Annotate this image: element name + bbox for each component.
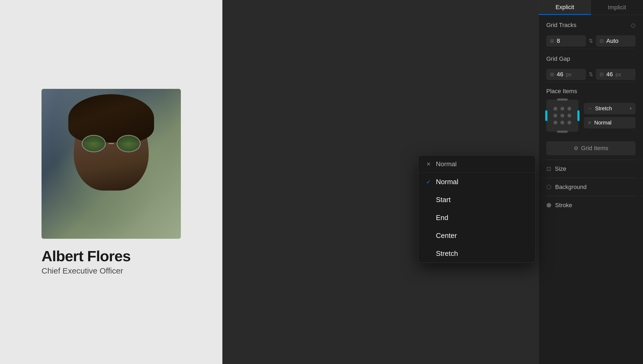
- grid-top-handle: [557, 98, 568, 101]
- left-panel: Albert Flores Chief Executive Officer: [0, 0, 222, 364]
- dropdown-option-normal[interactable]: ✓ Normal: [418, 173, 536, 191]
- dropdown-option-center[interactable]: Center: [418, 227, 536, 245]
- glasses: [82, 134, 141, 153]
- place-items-controls: ↔ Stretch ▾ ✕ Normal: [546, 100, 635, 132]
- person-silhouette: [42, 89, 181, 239]
- gap-col-icon: ⊞: [550, 71, 554, 77]
- dropdown-option-end-label: End: [436, 214, 529, 222]
- dropdown-current-item: ✕ Normal: [418, 156, 536, 173]
- explicit-implicit-tabs: Explicit Implicit: [539, 0, 643, 15]
- place-items-label: Place Items: [546, 88, 635, 95]
- dropdown-option-normal-label: Normal: [436, 178, 529, 186]
- grid-tracks-col-value: 8: [557, 37, 560, 44]
- grid-dot-3: [567, 107, 571, 111]
- grid-dots: [554, 107, 571, 124]
- dropdown-option-start-label: Start: [436, 196, 529, 204]
- grid-items-button[interactable]: ⚙ Grid Items: [546, 141, 635, 155]
- col-stepper[interactable]: ⇅: [589, 38, 593, 44]
- align-dropdowns: ↔ Stretch ▾ ✕ Normal: [584, 103, 635, 128]
- horizontal-align-value: Stretch: [595, 105, 627, 112]
- grid-dot-2: [560, 107, 564, 111]
- grid-dot-9: [567, 121, 571, 124]
- grid-dot-1: [554, 107, 557, 111]
- grid-gap-header: Grid Gap: [539, 49, 643, 67]
- background-label: Background: [555, 184, 586, 191]
- grid-tracks-label: Grid Tracks: [546, 22, 576, 29]
- horizontal-align-icon: ↔: [588, 106, 592, 111]
- grid-items-label: Grid Items: [581, 145, 608, 152]
- dropdown-check-normal: ✓: [425, 178, 432, 186]
- gap-stepper[interactable]: ⇅: [589, 71, 593, 78]
- grid-dot-5: [560, 114, 564, 117]
- glass-lens-right: [117, 135, 141, 152]
- grid-gap-row-input[interactable]: ⊟ 46 px: [596, 69, 635, 80]
- grid-gap-col-unit: px: [566, 71, 571, 78]
- background-section[interactable]: ⬡ Background: [539, 178, 643, 196]
- col-icon: ⊞: [550, 38, 554, 44]
- vertical-align-icon: ✕: [588, 120, 592, 126]
- stroke-label: Stroke: [555, 202, 572, 209]
- place-items-section: Place Items: [539, 82, 643, 137]
- profile-title: Chief Executive Officer: [42, 266, 181, 275]
- dropdown-current-value: Normal: [436, 160, 529, 168]
- stroke-section[interactable]: ⬢ Stroke: [539, 196, 643, 214]
- size-label: Size: [555, 165, 566, 172]
- grid-gap-col-value: 46: [557, 71, 563, 78]
- background-icon: ⬡: [546, 184, 551, 191]
- grid-gap-row: ⊞ 46 px ⇅ ⊟ 46 px: [539, 67, 643, 82]
- grid-gap-section: Grid Gap ⊞ 46 px ⇅ ⊟ 46 px: [539, 49, 643, 82]
- tab-implicit[interactable]: Implicit: [591, 0, 643, 15]
- row-icon: ⊟: [600, 38, 604, 44]
- grid-items-icon: ⚙: [574, 145, 578, 151]
- grid-gap-row-unit: px: [615, 71, 621, 78]
- grid-gap-label: Grid Gap: [546, 55, 570, 62]
- grid-tracks-section: Grid Tracks ◇ ⊞ 8 ⇅ ⊟ Auto: [539, 15, 643, 49]
- align-options-dropdown: ✕ Normal ✓ Normal Start End Center Stret…: [418, 155, 536, 263]
- profile-name: Albert Flores: [42, 247, 181, 265]
- grid-dot-6: [567, 114, 571, 117]
- grid-tracks-col-row: ⊞ 8 ⇅ ⊟ Auto: [539, 33, 643, 49]
- size-icon: ⊡: [546, 165, 551, 172]
- grid-bottom-handle: [557, 131, 568, 133]
- grid-tracks-header: Grid Tracks ◇: [539, 15, 643, 33]
- grid-right-handle: [577, 110, 580, 121]
- grid-dot-8: [560, 121, 564, 124]
- stroke-icon: ⬢: [546, 202, 551, 209]
- properties-panel: Explicit Implicit Grid Tracks ◇ ⊞ 8 ⇅ ⊟ …: [539, 0, 643, 364]
- grid-gap-row-value: 46: [606, 71, 613, 78]
- glass-bridge: [109, 143, 114, 144]
- dropdown-x-icon: ✕: [425, 160, 432, 168]
- dropdown-option-stretch[interactable]: Stretch: [418, 245, 536, 263]
- gap-row-icon: ⊟: [600, 71, 604, 77]
- grid-tracks-icon[interactable]: ◇: [631, 21, 635, 29]
- grid-gap-col-input[interactable]: ⊞ 46 px: [546, 69, 586, 80]
- profile-image: [42, 89, 181, 239]
- tab-explicit[interactable]: Explicit: [539, 0, 591, 15]
- dropdown-option-end[interactable]: End: [418, 209, 536, 227]
- vertical-align-dropdown[interactable]: ✕ Normal: [584, 117, 635, 128]
- glass-lens-left: [82, 135, 106, 152]
- vertical-align-value: Normal: [594, 120, 632, 126]
- size-section[interactable]: ⊡ Size: [539, 160, 643, 178]
- dropdown-option-start[interactable]: Start: [418, 191, 536, 209]
- horizontal-align-dropdown[interactable]: ↔ Stretch ▾: [584, 103, 635, 114]
- grid-tracks-row-input[interactable]: ⊟ Auto: [596, 35, 635, 47]
- grid-align-widget[interactable]: [546, 100, 578, 132]
- grid-tracks-col-input[interactable]: ⊞ 8: [546, 35, 586, 47]
- grid-tracks-row-value: Auto: [606, 37, 618, 44]
- dropdown-option-center-label: Center: [436, 232, 529, 240]
- grid-left-handle: [545, 110, 547, 121]
- head-shape: [74, 100, 149, 191]
- dropdown-option-stretch-label: Stretch: [436, 249, 529, 258]
- grid-dot-7: [554, 121, 557, 124]
- horizontal-align-arrow: ▾: [630, 106, 632, 111]
- grid-dot-4: [554, 114, 557, 117]
- profile-info: Albert Flores Chief Executive Officer: [42, 247, 181, 275]
